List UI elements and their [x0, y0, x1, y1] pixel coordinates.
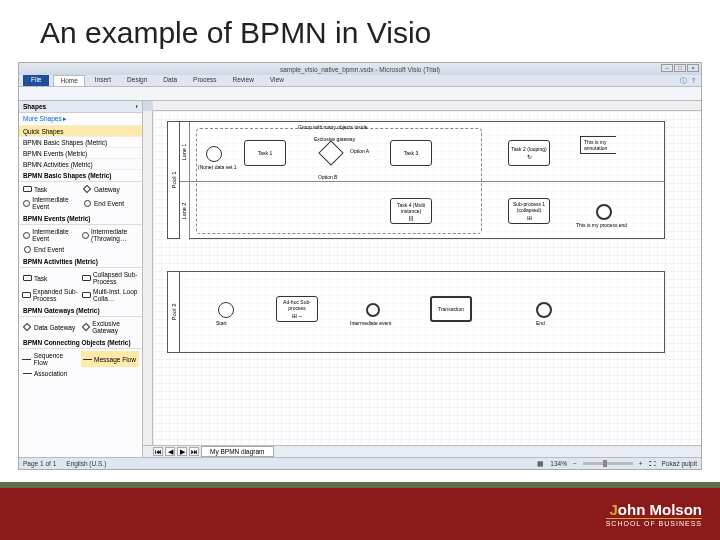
tab-view[interactable]: View: [264, 75, 290, 86]
lane-1-label: Lane 1: [180, 122, 190, 181]
transaction[interactable]: Transaction: [430, 296, 472, 322]
tab-home[interactable]: Home: [53, 75, 84, 86]
shape-task2[interactable]: Task: [21, 270, 79, 286]
close-button[interactable]: ×: [687, 64, 699, 72]
shape-inter2[interactable]: Intermediate Event: [21, 227, 79, 243]
window-title: sample_visio_native_bpmn.vsdx - Microsof…: [280, 66, 440, 73]
sheet-tab[interactable]: My BPMN diagram: [201, 446, 274, 457]
section-activities: BPMN Activities (Metric): [19, 256, 142, 268]
task-3[interactable]: Task 3: [390, 140, 432, 166]
ruler-horizontal: [153, 101, 701, 111]
shape-data-gw[interactable]: Data Gateway: [21, 319, 79, 335]
tab-insert[interactable]: Insert: [89, 75, 117, 86]
task-4-multi[interactable]: Task 4 (Multi instance)|||: [390, 198, 432, 224]
shape-task[interactable]: Task: [21, 184, 79, 194]
start-event-1[interactable]: [206, 146, 222, 162]
end-event-2[interactable]: [536, 302, 552, 318]
lane-2-label: Lane 2: [180, 181, 190, 240]
sheet-prev[interactable]: ◀: [165, 447, 175, 456]
gateway-label: Exclusive gateway: [314, 136, 355, 142]
stencil-events[interactable]: BPMN Events (Metric): [19, 148, 142, 159]
shape-msg-flow[interactable]: Message Flow: [81, 351, 139, 367]
tab-process[interactable]: Process: [187, 75, 222, 86]
fit-icon[interactable]: ⛶: [649, 460, 656, 467]
task-1[interactable]: Task 1: [244, 140, 286, 166]
multi-icon: |||: [409, 215, 414, 221]
start-event-2[interactable]: [218, 302, 234, 318]
visio-window: sample_visio_native_bpmn.vsdx - Microsof…: [18, 62, 702, 470]
more-shapes[interactable]: More Shapes ▸: [19, 113, 142, 126]
shapes-panel: Shapes ‹ More Shapes ▸ Quick Shapes BPMN…: [19, 101, 143, 457]
statusbar: Page 1 of 1 English (U.S.) ▦ 134% − + ⛶ …: [19, 457, 701, 469]
shape-collapsed-sub[interactable]: Collapsed Sub-Process: [81, 270, 139, 286]
annotation[interactable]: This is my annotation: [580, 136, 616, 154]
tab-data[interactable]: Data: [157, 75, 183, 86]
loop-icon: ↻: [527, 153, 532, 160]
minimize-button[interactable]: –: [661, 64, 673, 72]
tray-label[interactable]: Pokaż pulpit: [662, 460, 697, 467]
canvas-area: Pool 1 Lane 1 Lane 2 Group with many obj…: [143, 101, 701, 457]
titlebar: sample_visio_native_bpmn.vsdx - Microsof…: [19, 63, 701, 75]
group-label: Group with many objects inside: [298, 124, 367, 130]
zoom-slider[interactable]: [583, 462, 633, 465]
task-2-loop[interactable]: Task 2 (looping)↻: [508, 140, 550, 166]
quick-shapes[interactable]: Quick Shapes: [19, 126, 142, 137]
plus-icon: ⊞: [527, 214, 532, 221]
inter-label: Intermediate event: [350, 320, 391, 326]
shape-expanded-sub[interactable]: Expanded Sub-Process: [21, 287, 79, 303]
view-icon[interactable]: ▦: [537, 460, 544, 468]
zoom-out[interactable]: −: [573, 460, 577, 467]
footer: John Molson SCHOOL OF BUSINESS: [0, 482, 720, 540]
end-event-1[interactable]: [596, 204, 612, 220]
pool-2-label: Pool 2: [168, 272, 180, 352]
tab-design[interactable]: Design: [121, 75, 153, 86]
sheet-first[interactable]: ⏮: [153, 447, 163, 456]
end-label: End: [536, 320, 545, 326]
ribbon-body: [19, 87, 701, 101]
bpmn-group[interactable]: [196, 128, 482, 234]
shape-inter-event[interactable]: Intermediate Event: [21, 195, 79, 211]
shape-seq-flow[interactable]: Sequence Flow: [21, 351, 79, 367]
shape-end2[interactable]: End Event: [21, 244, 79, 254]
start-label: Start: [216, 320, 227, 326]
maximize-button[interactable]: □: [674, 64, 686, 72]
shape-multi-loop[interactable]: Multi-Inst. Loop Colla…: [81, 287, 139, 303]
intermediate-event[interactable]: [366, 303, 380, 317]
start-event-1-label: (None) data set 1: [198, 164, 237, 170]
tab-review[interactable]: Review: [227, 75, 260, 86]
sheet-tabs: ⏮ ◀ ▶ ⏭ My BPMN diagram: [143, 445, 701, 457]
ruler-vertical: [143, 111, 153, 445]
chevron-left-icon[interactable]: ‹: [136, 103, 138, 110]
zoom-in[interactable]: +: [639, 460, 643, 467]
slide-title: An example of BPMN in Visio: [0, 0, 720, 60]
section-connecting: BPMN Connecting Objects (Metric): [19, 337, 142, 349]
sheet-next[interactable]: ▶: [177, 447, 187, 456]
pool-2[interactable]: Pool 2 Start Ad-hoc Sub-process⊞ ~ Inter…: [167, 271, 665, 353]
shape-gateway[interactable]: Gateway: [81, 184, 139, 194]
shape-inter-throw[interactable]: Intermediate (Throwing…: [81, 227, 139, 243]
zoom-value: 134%: [550, 460, 567, 467]
subprocess-1[interactable]: Sub-process 1 (collapsed)⊞: [508, 198, 550, 224]
stencil-basic[interactable]: BPMN Basic Shapes (Metric): [19, 137, 142, 148]
section-basic: BPMN Basic Shapes (Metric): [19, 170, 142, 182]
file-tab[interactable]: File: [23, 75, 49, 86]
option-a-label: Option A: [350, 148, 369, 154]
help-icon[interactable]: ⓘ: [680, 77, 687, 86]
stencil-activities[interactable]: BPMN Activities (Metric): [19, 159, 142, 170]
sheet-last[interactable]: ⏭: [189, 447, 199, 456]
pool-1[interactable]: Pool 1 Lane 1 Lane 2 Group with many obj…: [167, 121, 665, 239]
help2-icon[interactable]: ?: [691, 77, 695, 86]
shape-assoc[interactable]: Association: [21, 368, 79, 378]
logo: John Molson SCHOOL OF BUSINESS: [606, 501, 702, 527]
shape-excl-gw[interactable]: Exclusive Gateway: [81, 319, 139, 335]
adhoc-sub[interactable]: Ad-hoc Sub-process⊞ ~: [276, 296, 318, 322]
shapes-header: Shapes ‹: [19, 101, 142, 113]
section-events: BPMN Events (Metric): [19, 213, 142, 225]
status-page: Page 1 of 1: [23, 460, 56, 467]
canvas[interactable]: Pool 1 Lane 1 Lane 2 Group with many obj…: [153, 111, 701, 445]
option-b-label: Option B: [318, 174, 337, 180]
end-text: This is my process end: [576, 222, 627, 228]
shape-end-event[interactable]: End Event: [81, 195, 139, 211]
section-gateways: BPMN Gateways (Metric): [19, 305, 142, 317]
status-lang: English (U.S.): [66, 460, 106, 467]
